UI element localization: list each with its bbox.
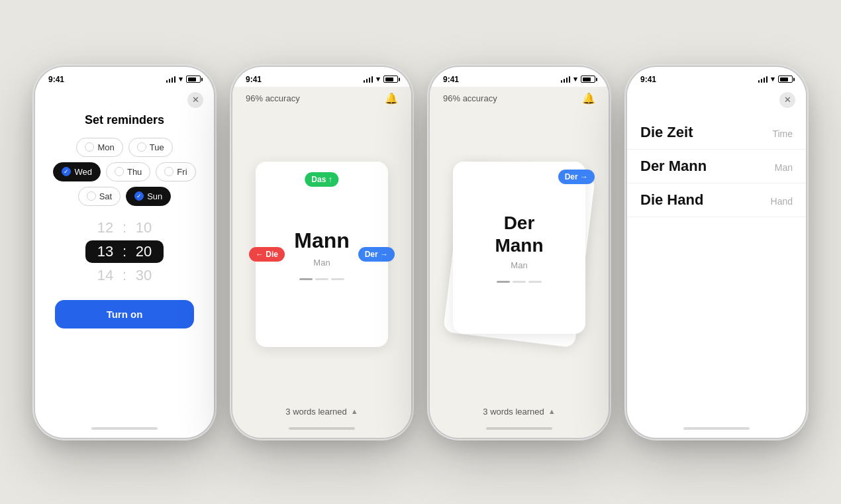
status-time-4: 9:41 [640,75,656,84]
chevron-up-icon-1: ▲ [351,407,358,415]
day-sat[interactable]: Sat [78,187,121,206]
wifi-icon-4: ▾ [771,75,775,83]
battery-icon-3 [581,76,595,83]
word-english-3: Hand [771,196,793,207]
day-radio-sun: ✓ [134,191,144,201]
time-row-3[interactable]: 14 : 30 [85,264,164,287]
day-tue[interactable]: Tue [128,138,173,157]
battery-icon [186,76,201,83]
wifi-icon-2: ▾ [376,75,380,83]
time-picker: 12 : 10 13 : 20 14 : 30 [35,206,214,293]
word-german-1: Die Zeit [640,124,693,141]
home-indicator-4 [627,422,806,438]
phones-container: 9:41 ▾ ✕ Set reminders [22,40,819,464]
days-row-1: Mon Tue [76,138,172,157]
days-grid: Mon Tue ✓ W [35,138,214,206]
flashcard-header-2: 96% accuracy 🔔 [430,87,609,109]
flashcard-1[interactable]: Das ↑ ← Die Der → Mann Man [256,162,388,347]
home-indicator-2 [232,422,411,438]
battery-icon-4 [778,76,793,83]
battery-icon-2 [383,76,398,83]
time-min-2: 20 [132,243,156,260]
time-min-1: 10 [132,219,156,236]
word-german-2: Der Mann [640,158,707,175]
status-time-3: 9:41 [443,75,459,84]
day-radio-thu [115,167,124,176]
flashcard-screen-1: 96% accuracy 🔔 Das ↑ ← Die [232,87,411,422]
time-hour-1: 12 [93,219,117,236]
phone-3: 9:41 ▾ 96% accuracy 🔔 [430,67,609,438]
word-english-1: Time [772,128,793,139]
card-area-2: Der → Der Mann Man [430,109,609,400]
phone-1: 9:41 ▾ ✕ Set reminders [35,67,214,438]
day-thu[interactable]: Thu [106,162,150,181]
tag-blue-right-1: Der → [358,247,395,262]
home-indicator-1 [35,422,214,438]
notch [85,67,164,84]
signal-icon-3 [561,76,571,83]
day-radio-wed: ✓ [62,167,71,176]
day-radio-mon [85,142,94,152]
day-radio-sat [87,191,96,201]
list-screen: ✕ Die Zeit Time Der Mann Man Die [627,87,806,422]
days-row-2: ✓ Wed Thu Fri [53,162,195,181]
wifi-icon: ▾ [179,75,183,83]
status-icons-4: ▾ [758,75,793,83]
time-row-2[interactable]: 13 : 20 [85,240,164,263]
word-german-3: Die Hand [640,191,703,209]
reminders-title: Set reminders [35,108,214,138]
close-button-4[interactable]: ✕ [779,92,795,108]
bell-icon-2[interactable]: 🔔 [582,92,595,105]
status-icons-1: ▾ [166,75,201,83]
word-item-2[interactable]: Der Mann Man [627,150,806,183]
word-list: Die Zeit Time Der Mann Man Die Hand Hand [627,108,806,422]
status-icons-2: ▾ [364,75,399,83]
phone-reminders: 9:41 ▾ ✕ Set reminders [35,67,214,438]
flashcard-screen-2: 96% accuracy 🔔 Der → [430,87,609,422]
signal-icon-2 [364,76,373,83]
day-wed[interactable]: ✓ Wed [53,162,101,181]
day-radio-tue [137,142,146,152]
time-hour-3: 14 [93,267,117,284]
words-learned-1[interactable]: 3 words learned ▲ [232,400,411,422]
word-item-3[interactable]: Die Hand Hand [627,183,806,217]
notch-3 [479,67,559,84]
list-header: ✕ [627,87,806,108]
tag-green-1: Das ↑ [305,172,338,187]
phone-wordlist: 9:41 ▾ ✕ Die Ze [627,67,806,438]
chevron-up-icon-2: ▲ [548,407,556,415]
bell-icon-1[interactable]: 🔔 [385,92,398,105]
signal-icon [166,76,176,83]
phone-2: 9:41 ▾ 96% accuracy 🔔 [232,67,411,438]
day-sun[interactable]: ✓ Sun [126,187,171,206]
card-dots-2 [497,281,542,283]
card-dots-1 [299,278,344,280]
phone-flashcard2: 9:41 ▾ 96% accuracy 🔔 [430,67,609,438]
flashcard-2[interactable]: Der → Der Mann Man [453,162,585,334]
status-time-1: 9:41 [48,75,64,84]
flashcard-translation-1: Man [313,258,330,268]
tag-red-1: ← Die [249,247,285,262]
time-min-3: 30 [132,267,156,284]
close-button-1[interactable]: ✕ [187,92,203,108]
wifi-icon-3: ▾ [573,75,577,83]
reminders-header: ✕ [35,87,214,108]
status-time-2: 9:41 [246,75,262,84]
notch-2 [282,67,362,84]
word-english-2: Man [775,162,793,173]
words-learned-2[interactable]: 3 words learned ▲ [430,400,609,422]
day-mon[interactable]: Mon [76,138,123,157]
word-item-1[interactable]: Die Zeit Time [627,116,806,150]
phone-flashcard1: 9:41 ▾ 96% accuracy 🔔 [232,67,411,438]
days-row-3: Sat ✓ Sun [78,187,172,206]
signal-icon-4 [758,76,768,83]
phone-4: 9:41 ▾ ✕ Die Ze [627,67,806,438]
home-indicator-3 [430,422,609,438]
day-fri[interactable]: Fri [156,162,195,181]
time-row-1[interactable]: 12 : 10 [85,217,164,239]
time-hour-2: 13 [93,243,117,260]
turn-on-button[interactable]: Turn on [55,300,194,328]
status-icons-3: ▾ [561,75,596,83]
card-area-1: Das ↑ ← Die Der → Mann Man [232,109,411,400]
accuracy-text-2: 96% accuracy [443,93,497,103]
